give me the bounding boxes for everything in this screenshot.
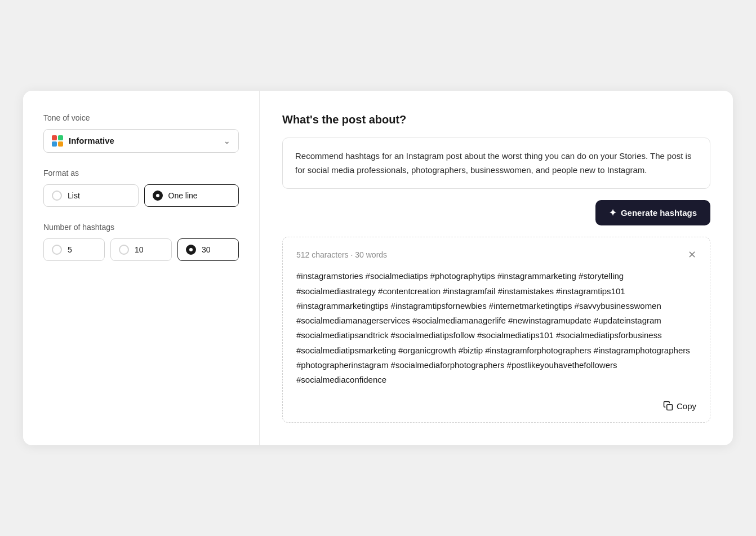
tone-section: Tone of voice Informative ⌄ xyxy=(43,113,239,153)
post-about-text: Recommend hashtags for an Instagram post… xyxy=(295,149,697,178)
results-header: 512 characters · 30 words ✕ xyxy=(296,250,696,260)
generate-btn-row: ✦ Generate hashtags xyxy=(282,200,710,225)
copy-btn-label: Copy xyxy=(677,401,696,411)
generate-btn-label: Generate hashtags xyxy=(621,208,697,218)
format-radio-one-line[interactable] xyxy=(153,191,163,201)
copy-icon xyxy=(663,401,673,411)
count-5-label: 5 xyxy=(68,245,72,254)
hashtags-text: #instagramstories #socialmediatips #phot… xyxy=(296,269,696,387)
chevron-down-icon: ⌄ xyxy=(224,136,230,145)
format-section: Format as List One line xyxy=(43,169,239,207)
tone-of-voice-label: Tone of voice xyxy=(43,113,239,122)
close-results-button[interactable]: ✕ xyxy=(688,250,696,260)
hashtag-count-group: 5 10 30 xyxy=(43,238,239,261)
sparkle-icon: ✦ xyxy=(609,207,616,218)
copy-row: Copy xyxy=(296,396,696,411)
count-30-label: 30 xyxy=(202,245,211,254)
main-container: Tone of voice Informative ⌄ xyxy=(23,91,733,446)
format-label: Format as xyxy=(43,169,239,178)
svg-rect-0 xyxy=(667,405,673,410)
count-option-10[interactable]: 10 xyxy=(110,238,172,261)
count-radio-30[interactable] xyxy=(186,245,196,255)
count-option-30[interactable]: 30 xyxy=(177,238,239,261)
count-option-5[interactable]: 5 xyxy=(43,238,105,261)
hashtag-count-section: Number of hashtags 5 10 30 xyxy=(43,223,239,261)
results-box: 512 characters · 30 words ✕ #instagramst… xyxy=(282,237,710,423)
copy-button[interactable]: Copy xyxy=(663,401,696,411)
left-panel: Tone of voice Informative ⌄ xyxy=(23,91,260,446)
count-10-label: 10 xyxy=(135,245,144,254)
count-radio-10[interactable] xyxy=(119,245,129,255)
right-panel: What's the post about? Recommend hashtag… xyxy=(260,91,733,446)
format-list-label: List xyxy=(68,191,80,200)
format-option-one-line[interactable]: One line xyxy=(144,184,239,207)
format-option-list[interactable]: List xyxy=(43,184,139,207)
post-title: What's the post about? xyxy=(282,113,710,126)
count-radio-5[interactable] xyxy=(52,245,62,255)
informative-icon xyxy=(52,135,63,147)
tone-dropdown[interactable]: Informative ⌄ xyxy=(43,129,239,153)
hashtag-count-label: Number of hashtags xyxy=(43,223,239,232)
post-about-box[interactable]: Recommend hashtags for an Instagram post… xyxy=(282,138,710,189)
format-one-line-label: One line xyxy=(168,191,198,200)
tone-value: Informative xyxy=(69,136,114,145)
format-radio-group: List One line xyxy=(43,184,239,207)
format-radio-list[interactable] xyxy=(52,191,62,201)
tone-dropdown-left: Informative xyxy=(52,135,114,147)
generate-hashtags-button[interactable]: ✦ Generate hashtags xyxy=(595,200,710,225)
results-meta: 512 characters · 30 words xyxy=(296,250,387,259)
